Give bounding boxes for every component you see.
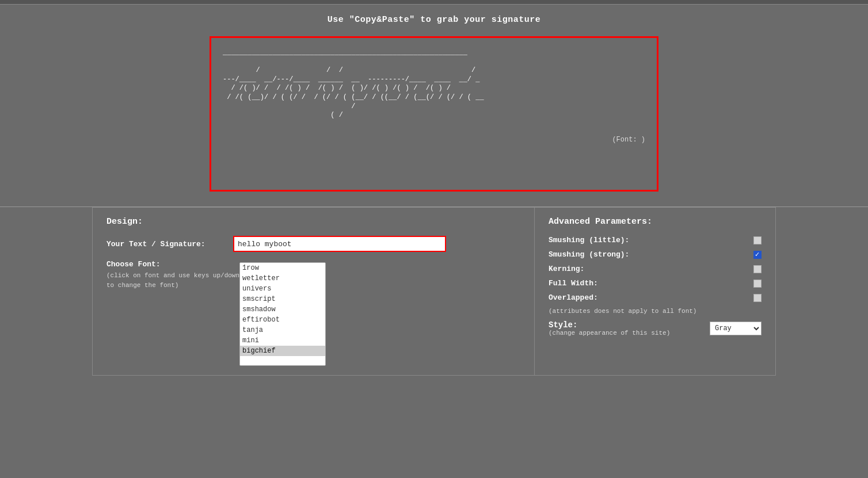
adv-label-overlapped: Overlapped: <box>549 293 598 302</box>
font-area-row: Choose Font: (click on font and use keys… <box>106 260 520 366</box>
adv-row-smushing-strong: Smushing (strong): <box>549 250 762 259</box>
font-option-eftirobot[interactable]: eftirobot <box>240 315 325 325</box>
signature-text-input[interactable] <box>233 236 446 252</box>
font-chooser-label: Choose Font: <box>106 260 239 269</box>
font-hint-line2: to change the font) <box>106 282 178 289</box>
font-option-smshadow[interactable]: smshadow <box>240 304 325 315</box>
adv-row-overlapped: Overlapped: <box>549 293 762 302</box>
font-option-tanja[interactable]: tanja <box>240 325 325 335</box>
adv-label-smushing-little: Smushing (little): <box>549 236 629 244</box>
font-option-mini[interactable]: mini <box>240 335 325 346</box>
font-label-col: Choose Font: (click on font and use keys… <box>106 260 239 295</box>
font-list-container: 1row wetletter univers smscript smshadow… <box>239 262 326 366</box>
advanced-section: Advanced Parameters: Smushing (little): … <box>534 207 776 376</box>
text-field-row: Your Text / Signature: <box>106 236 520 252</box>
font-chooser-hint: (click on font and use keys up/down to c… <box>106 271 239 290</box>
font-option-1row[interactable]: 1row <box>240 263 325 273</box>
font-select[interactable]: 1row wetletter univers smscript smshadow… <box>239 262 326 366</box>
font-option-bigchief[interactable]: bigchief <box>240 346 325 356</box>
style-label: Style: <box>549 320 670 330</box>
style-select[interactable]: Gray White Dark <box>710 322 762 335</box>
design-title: Design: <box>106 217 520 227</box>
adv-label-full-width: Full Width: <box>549 279 598 288</box>
signature-art: ________________________________________… <box>223 48 645 129</box>
checkbox-smushing-strong[interactable] <box>753 251 762 259</box>
checkbox-kerning[interactable] <box>753 265 762 273</box>
adv-row-kerning: Kerning: <box>549 265 762 273</box>
adv-row-full-width: Full Width: <box>549 279 762 288</box>
font-option-univers[interactable]: univers <box>240 284 325 294</box>
adv-label-kerning: Kerning: <box>549 265 584 273</box>
top-bar <box>0 0 868 5</box>
checkbox-smushing-little[interactable] <box>753 236 762 244</box>
bottom-panel: Design: Your Text / Signature: Choose Fo… <box>0 207 868 376</box>
font-hint-line1: (click on font and use keys up/down <box>106 272 239 279</box>
page-header: Use "Copy&Paste" to grab your signature <box>0 5 868 30</box>
checkbox-overlapped[interactable] <box>753 294 762 302</box>
adv-row-smushing-little: Smushing (little): <box>549 236 762 244</box>
font-option-smscript[interactable]: smscript <box>240 294 325 304</box>
signature-display: ________________________________________… <box>210 36 658 192</box>
adv-note: (attributes does not apply to all font) <box>549 308 762 315</box>
text-field-label: Your Text / Signature: <box>106 240 233 248</box>
style-label-block: Style: (change appearance of this site) <box>549 320 670 336</box>
checkbox-full-width[interactable] <box>753 280 762 288</box>
font-option-wetletter[interactable]: wetletter <box>240 273 325 284</box>
font-label-display: (Font: ) <box>223 136 645 144</box>
design-section: Design: Your Text / Signature: Choose Fo… <box>92 207 534 376</box>
header-instruction: Use "Copy&Paste" to grab your signature <box>328 15 541 25</box>
style-row: Style: (change appearance of this site) … <box>549 320 762 336</box>
advanced-title: Advanced Parameters: <box>549 217 762 227</box>
adv-label-smushing-strong: Smushing (strong): <box>549 250 629 259</box>
style-hint: (change appearance of this site) <box>549 330 670 336</box>
